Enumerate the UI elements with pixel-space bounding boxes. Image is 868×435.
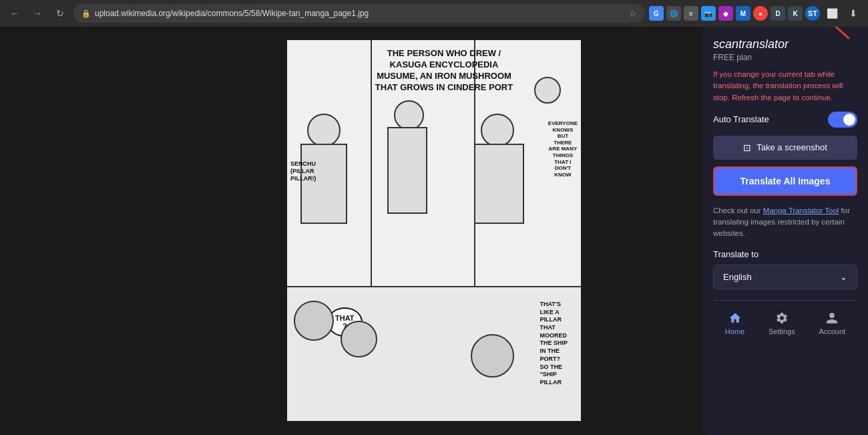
chevron-down-icon: ⌄	[840, 272, 847, 282]
panel-divider-1	[371, 40, 372, 286]
char-2-head	[394, 100, 424, 130]
popup-header: scantranslator FREE plan	[713, 37, 857, 62]
ext-k[interactable]: K	[788, 6, 803, 21]
char-bottom-1	[294, 301, 334, 341]
manga-image: THE PERSON WHO DREW / KASUGA ENCYCLOPEDI…	[287, 40, 581, 421]
settings-icon	[775, 311, 789, 325]
lock-icon: 🔒	[81, 9, 91, 18]
ext-red[interactable]: ●	[753, 6, 768, 21]
ext-2[interactable]: 🌐	[666, 6, 681, 21]
download-button[interactable]: ⬇	[844, 4, 863, 23]
ext-3[interactable]: ≡	[684, 6, 698, 21]
refresh-button[interactable]: ↻	[51, 4, 69, 23]
language-select[interactable]: English ⌄	[713, 265, 857, 289]
manga-tool-link[interactable]: Manga Translator Tool	[763, 206, 839, 214]
url-text: upload.wikimedia.org/wikipedia/commons/5…	[95, 9, 625, 18]
language-label: English	[723, 272, 752, 282]
main-area: THE PERSON WHO DREW / KASUGA ENCYCLOPEDI…	[0, 27, 868, 435]
ext-5[interactable]: ◆	[718, 6, 733, 21]
manga-top-panel: THE PERSON WHO DREW / KASUGA ENCYCLOPEDI…	[287, 40, 581, 287]
browser-chrome: ← → ↻ 🔒 upload.wikimedia.org/wikipedia/c…	[0, 0, 868, 27]
nav-home-label: Home	[725, 327, 744, 335]
screenshot-label: Take a screenshot	[756, 142, 827, 152]
ext-google[interactable]: G	[649, 6, 664, 21]
char-3-head	[534, 77, 561, 104]
manga-panel: THE PERSON WHO DREW / KASUGA ENCYCLOPEDI…	[287, 40, 581, 421]
popup-panel: scantranslator FREE plan If you change y…	[702, 27, 868, 435]
popup-nav: Home Settings Account	[713, 300, 857, 338]
char-1-body	[300, 144, 347, 224]
nav-settings[interactable]: Settings	[762, 309, 802, 338]
ext-d[interactable]: D	[771, 6, 785, 21]
bookmark-icon: ☆	[629, 9, 637, 19]
char-4-head	[481, 114, 514, 147]
screenshot-button[interactable]: ⊡ Take a screenshot	[713, 136, 857, 160]
nav-settings-label: Settings	[769, 327, 795, 335]
nav-account[interactable]: Account	[812, 309, 852, 338]
translate-to-label: Translate to	[713, 249, 857, 259]
extensions-button[interactable]: ⬜	[823, 4, 841, 23]
ext-m[interactable]: M	[736, 6, 750, 21]
home-icon	[728, 311, 742, 325]
manga-title: THE PERSON WHO DREW / KASUGA ENCYCLOPEDI…	[374, 48, 514, 94]
auto-translate-row: Auto Translate	[713, 112, 857, 128]
ext-st[interactable]: ST	[805, 6, 820, 21]
char-1-head	[307, 114, 341, 147]
auto-translate-label: Auto Translate	[713, 114, 769, 124]
char-bottom-3	[471, 334, 514, 378]
char-2-body	[387, 127, 427, 214]
translate-all-label: Translate All Images	[740, 176, 831, 186]
nav-home[interactable]: Home	[718, 309, 751, 338]
popup-title: scantranslator	[713, 37, 857, 51]
ext-4[interactable]: 📷	[701, 6, 716, 21]
manga-bottom-panel: THAT? THAT'SLIKE APILLARTHATMOOREDTHE SH…	[287, 287, 581, 421]
title-translator: translator	[738, 37, 789, 51]
translate-all-button[interactable]: Translate All Images	[713, 166, 857, 196]
account-icon	[825, 311, 839, 325]
auto-translate-toggle[interactable]	[828, 112, 857, 128]
popup-warning: If you change your current tab while tra…	[713, 69, 857, 104]
char-4-body	[474, 144, 524, 224]
address-bar[interactable]: 🔒 upload.wikimedia.org/wikipedia/commons…	[73, 4, 645, 23]
char-bottom-2	[341, 321, 377, 357]
char-label-left: SENCHU(PILLARPILLAR!)	[290, 160, 316, 182]
nav-account-label: Account	[819, 327, 845, 335]
toolbar-extensions: G 🌐 ≡ 📷 ◆ M ● D K ST ⬜ ⬇	[649, 4, 863, 23]
manga-tool-before: Check out our	[713, 206, 763, 214]
title-scan: scan	[713, 37, 738, 51]
back-button[interactable]: ←	[5, 4, 24, 23]
speech-pillar: THAT'SLIKE APILLARTHATMOOREDTHE SHIPIN T…	[539, 301, 568, 387]
screenshot-icon: ⊡	[743, 142, 751, 153]
forward-button[interactable]: →	[28, 4, 47, 23]
manga-tool-text: Check out our Manga Translator Tool for …	[713, 205, 857, 240]
popup-plan: FREE plan	[713, 53, 857, 62]
char-speech-right: EVERYONEKNOWSBUTTHEREARE MANYTHINGSTHAT …	[548, 120, 578, 178]
